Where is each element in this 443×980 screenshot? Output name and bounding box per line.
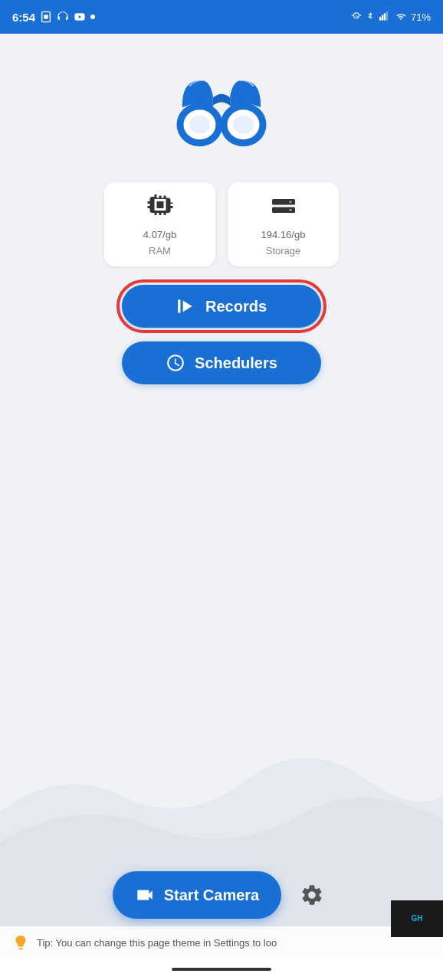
ram-value: 4.07/gb xyxy=(143,227,176,242)
wifi-icon xyxy=(395,12,407,21)
svg-rect-2 xyxy=(379,17,381,21)
bottom-bar: Start Camera Tip: You can change this pa… xyxy=(0,871,443,980)
svg-rect-5 xyxy=(386,11,388,21)
sim-icon xyxy=(40,11,52,23)
home-indicator xyxy=(0,959,443,980)
svg-point-11 xyxy=(233,116,254,134)
ram-label: RAM xyxy=(149,245,171,256)
ram-card: 4.07/gb RAM xyxy=(104,182,215,266)
schedulers-button[interactable]: Schedulers xyxy=(122,341,321,384)
headset-icon xyxy=(57,11,69,23)
tip-bar: Tip: You can change this page theme in S… xyxy=(0,926,443,959)
storage-icon xyxy=(270,192,297,224)
records-button[interactable]: Records xyxy=(122,285,321,328)
start-camera-button[interactable]: Start Camera xyxy=(113,871,281,919)
signal-icon xyxy=(379,11,391,22)
camera-icon xyxy=(135,885,155,905)
svg-point-8 xyxy=(189,116,210,134)
status-right: 71% xyxy=(351,11,431,23)
storage-card: 194.16/gb Storage xyxy=(228,182,339,266)
svg-rect-16 xyxy=(178,299,180,312)
svg-point-14 xyxy=(289,201,291,203)
storage-value: 194.16/gb xyxy=(261,227,306,242)
status-left: 6:54 xyxy=(12,11,95,24)
watermark-text: GH xyxy=(412,914,423,923)
settings-button[interactable] xyxy=(294,877,330,913)
storage-label: Storage xyxy=(266,245,301,256)
tip-text: Tip: You can change this page theme in S… xyxy=(37,937,277,949)
main-content: 4.07/gb RAM 194.16/gb Storage Records Sc… xyxy=(0,34,443,980)
svg-rect-4 xyxy=(384,13,386,20)
ram-unit: /gb xyxy=(162,229,176,240)
app-logo xyxy=(164,64,279,156)
schedulers-label: Schedulers xyxy=(195,354,277,372)
home-bar xyxy=(172,968,271,971)
storage-unit: /gb xyxy=(291,229,305,240)
watermark: GH xyxy=(391,900,443,937)
start-camera-row: Start Camera xyxy=(0,871,443,926)
lightbulb-icon xyxy=(12,934,29,951)
svg-rect-3 xyxy=(382,15,383,21)
status-time: 6:54 xyxy=(12,11,35,24)
svg-rect-1 xyxy=(44,15,48,18)
records-icon xyxy=(176,296,196,316)
notification-dot xyxy=(90,15,95,19)
start-camera-label: Start Camera xyxy=(164,887,260,904)
battery-text: 71% xyxy=(411,11,431,23)
cpu-icon xyxy=(146,192,174,224)
youtube-icon xyxy=(74,11,86,23)
info-cards: 4.07/gb RAM 194.16/gb Storage xyxy=(104,182,339,266)
logo-container xyxy=(164,64,279,159)
alarm-icon xyxy=(351,11,362,22)
gear-icon xyxy=(300,883,324,907)
records-label: Records xyxy=(205,298,267,315)
bluetooth-icon xyxy=(366,11,375,22)
svg-point-15 xyxy=(289,209,291,211)
clock-icon xyxy=(166,353,185,373)
status-bar: 6:54 71% xyxy=(0,0,443,34)
